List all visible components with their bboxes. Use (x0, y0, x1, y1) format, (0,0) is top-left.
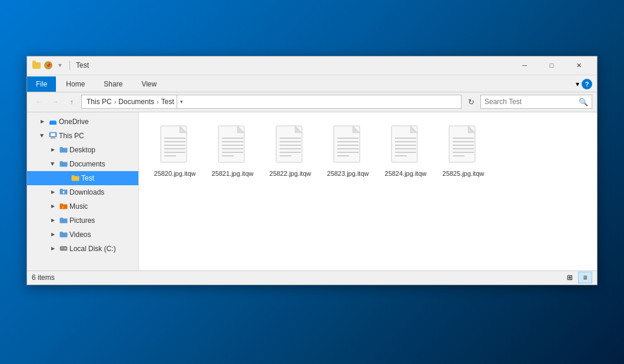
svg-rect-21 (164, 155, 176, 156)
sidebar-label-test: Test (81, 174, 94, 182)
path-this-pc[interactable]: This PC (87, 98, 112, 106)
forward-button[interactable]: → (48, 95, 62, 109)
svg-rect-45 (337, 145, 359, 146)
search-box[interactable]: 🔍 (480, 95, 592, 109)
svg-rect-27 (222, 145, 243, 146)
main-area: ▶ OneDrive ▶ This PC ▶ Desktop (27, 112, 597, 271)
file-item[interactable]: 25820.jpg.itqw (148, 122, 201, 181)
svg-rect-34 (280, 138, 301, 139)
svg-rect-26 (222, 141, 243, 142)
maximize-button[interactable]: □ (538, 56, 565, 75)
file-document-icon (387, 125, 424, 168)
ribbon-tabs: File Home Share View ▾ ? (27, 75, 597, 92)
search-input[interactable] (484, 98, 576, 106)
file-item[interactable]: 25822.jpg.itqw (264, 122, 317, 181)
up-button[interactable]: ↑ (65, 95, 79, 109)
path-dropdown-button[interactable]: ▾ (177, 95, 186, 109)
window-controls: ─ □ ✕ (511, 56, 592, 75)
file-item[interactable]: 25823.jpg.itqw (321, 122, 374, 181)
svg-rect-46 (337, 148, 359, 149)
tab-home[interactable]: Home (57, 76, 94, 92)
path-test[interactable]: Test (161, 98, 174, 106)
sidebar-item-pictures[interactable]: ▶ Pictures (27, 213, 138, 228)
back-button[interactable]: ← (32, 95, 46, 109)
folder-pictures-icon (59, 216, 68, 225)
ribbon-expand-area: ▾ ? (571, 76, 597, 92)
file-item[interactable]: 25825.jpg.itqw (437, 122, 490, 181)
svg-rect-55 (395, 148, 416, 149)
sidebar-item-this-pc[interactable]: ▶ This PC (27, 129, 138, 143)
tab-file[interactable]: File (27, 76, 56, 92)
svg-rect-38 (280, 152, 301, 153)
svg-rect-18 (164, 145, 185, 146)
folder-videos-icon (59, 230, 68, 239)
sidebar-label-desktop: Desktop (69, 146, 95, 154)
minimize-button[interactable]: ─ (511, 56, 538, 75)
svg-rect-20 (164, 152, 185, 153)
file-item[interactable]: 25821.jpg.itqw (206, 122, 259, 181)
svg-rect-65 (453, 152, 474, 153)
sidebar-item-onedrive[interactable]: ▶ OneDrive (27, 115, 138, 129)
folder-icon-title (32, 61, 41, 70)
refresh-button[interactable]: ↻ (464, 95, 478, 109)
svg-rect-47 (337, 152, 359, 153)
sidebar-item-music[interactable]: ▶ ♪ Music (27, 199, 138, 213)
tab-share[interactable]: Share (95, 76, 131, 92)
sidebar-item-test[interactable]: ▶ Test (27, 171, 138, 185)
sidebar-label-music: Music (69, 202, 88, 211)
pin-icon: 📌 (44, 61, 53, 70)
close-button[interactable]: ✕ (565, 56, 592, 75)
title-bar: 📌 ▼ Test ─ □ ✕ (27, 56, 597, 75)
svg-rect-52 (395, 138, 416, 139)
svg-rect-35 (280, 141, 301, 142)
expand-arrow-videos: ▶ (48, 230, 58, 239)
svg-rect-37 (280, 148, 301, 149)
sidebar-item-desktop[interactable]: ▶ Desktop (27, 143, 138, 157)
svg-rect-44 (337, 141, 359, 142)
svg-rect-56 (395, 152, 416, 153)
expand-arrow-downloads: ▶ (48, 188, 58, 197)
help-button[interactable]: ? (582, 79, 592, 89)
sidebar-item-videos[interactable]: ▶ Videos (27, 228, 138, 242)
svg-rect-19 (164, 148, 185, 149)
svg-rect-29 (222, 152, 243, 153)
svg-rect-17 (164, 141, 185, 142)
sidebar-label-pictures: Pictures (69, 216, 95, 225)
expand-arrow-music: ▶ (48, 202, 58, 211)
file-name: 25824.jpg.itqw (385, 169, 427, 178)
status-bar: 6 items ⊞ ≡ (27, 271, 597, 285)
sidebar-item-downloads[interactable]: ▶ Downloads (27, 185, 138, 199)
title-separator (69, 61, 70, 70)
svg-rect-39 (280, 155, 291, 156)
item-count: 6 items (32, 273, 55, 282)
view-buttons: ⊞ ≡ (563, 272, 592, 283)
path-documents[interactable]: Documents (118, 98, 154, 106)
view-details-button[interactable]: ≡ (578, 272, 592, 283)
expand-arrow-this-pc: ▶ (38, 131, 47, 141)
title-bar-icons: 📌 ▼ (32, 61, 72, 70)
svg-rect-66 (453, 155, 464, 156)
file-name: 25823.jpg.itqw (327, 169, 369, 178)
file-item[interactable]: 25824.jpg.itqw (379, 122, 432, 181)
svg-rect-28 (222, 148, 243, 149)
folder-downloads-icon (59, 188, 68, 197)
expand-arrow-documents: ▶ (48, 159, 58, 169)
file-document-icon (329, 125, 367, 168)
file-document-icon (214, 125, 251, 168)
address-path[interactable]: This PC › Documents › Test ▾ (81, 95, 462, 109)
folder-documents-icon (59, 159, 68, 169)
search-icon[interactable]: 🔍 (579, 98, 588, 106)
file-document-icon (156, 125, 194, 168)
svg-rect-30 (222, 155, 234, 156)
sidebar-label-local-disk: Local Disk (C:) (69, 245, 116, 253)
sidebar-item-local-disk[interactable]: ▶ Local Disk (C:) (27, 242, 138, 256)
file-name: 25821.jpg.itqw (212, 169, 254, 178)
tab-view[interactable]: View (132, 76, 165, 92)
sidebar-item-documents[interactable]: ▶ Documents (27, 157, 138, 171)
ribbon: File Home Share View ▾ ? (27, 75, 597, 92)
expand-arrow-pictures: ▶ (48, 216, 58, 225)
svg-text:♪: ♪ (62, 205, 64, 209)
view-large-icons-button[interactable]: ⊞ (563, 272, 577, 283)
window-title: Test (76, 61, 511, 69)
sidebar-label-videos: Videos (69, 231, 91, 239)
